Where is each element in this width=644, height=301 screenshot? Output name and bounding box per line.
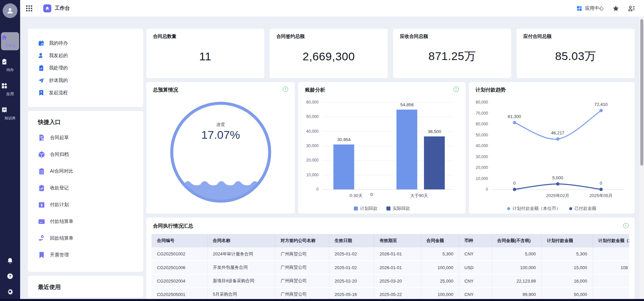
app-center-button[interactable]: 应用中心 — [576, 5, 604, 11]
gear-icon[interactable] — [7, 288, 13, 296]
home-icon — [1, 34, 19, 42]
table-cell: 5,300 — [421, 247, 459, 261]
doc-draft-icon — [38, 134, 45, 141]
quick-entry-item[interactable]: 收款登记 — [38, 180, 143, 196]
bar-计划回款 — [333, 144, 354, 189]
data-point — [513, 188, 516, 191]
quick-entry-item[interactable]: AI合同对比 — [38, 163, 143, 179]
table-cell: 2025-03-20 — [374, 274, 421, 288]
grid-menu-icon[interactable] — [26, 5, 32, 11]
table-cell: 50,000 — [541, 288, 593, 299]
quick-entry-item[interactable]: ¥付款计划 — [38, 196, 143, 213]
quick-entry-item[interactable]: 开票管理 — [38, 247, 143, 263]
menu-item-label: 发起流程 — [49, 90, 68, 96]
menu-item-label: 我发起的 — [49, 53, 68, 59]
rail-nav: 工作台待办应用AI知识库 — [0, 32, 20, 123]
y-axis-label: 20,000 — [306, 158, 319, 163]
bar-legend: 计划回款实际回款 — [298, 205, 465, 212]
table-cell: 广州商贸公司 — [275, 288, 329, 299]
stat-label: 合同总数量 — [153, 34, 258, 40]
svg-text:¥: ¥ — [42, 235, 43, 238]
table-row[interactable]: CG2025010022024年审计服务合同广州商贸公司2025-01-0220… — [152, 247, 629, 261]
quick-entry-item[interactable]: 合同起草 — [38, 129, 143, 146]
info-icon[interactable]: i — [283, 86, 288, 92]
column-header: 合同金额 — [421, 234, 459, 247]
rail-item-4[interactable]: AI知识库 — [1, 105, 19, 123]
y-axis-label: 50,000 — [306, 114, 319, 119]
menu-item[interactable]: 我发起的 — [38, 49, 143, 62]
bar-实际回款 — [424, 136, 445, 189]
rail-item-1[interactable]: 工作台 — [1, 32, 19, 50]
menu-item[interactable]: 抄送我的 — [38, 74, 143, 86]
rail-item-2[interactable]: 待办 — [1, 56, 19, 74]
data-point — [599, 188, 603, 191]
column-header: 生效日期 — [329, 234, 374, 247]
stat-card: 应付合同总额85.03万 — [517, 29, 635, 78]
stat-label: 应付合同总额 — [523, 34, 628, 40]
menu-item[interactable]: 我处理的 — [38, 62, 143, 74]
todo-icon — [1, 58, 19, 66]
table-cell: 16,000 — [541, 274, 593, 288]
menu-item[interactable]: 发起流程 — [38, 86, 143, 99]
gauge-label: 进度 — [146, 122, 295, 128]
budget-gauge-card: 总预算情况 i 进度 17.07% — [146, 82, 295, 214]
quick-entry-label: AI合同对比 — [50, 168, 73, 174]
contract-summary-title: 合同执行情况汇总 — [153, 223, 629, 229]
legend-item: 计划回款 — [354, 205, 378, 212]
quick-entry-item[interactable]: 付款结算单 — [38, 213, 143, 230]
stat-value: 871.25万 — [400, 40, 504, 73]
vertical-scrollbar — [639, 17, 644, 299]
grid-line — [322, 102, 453, 103]
legend-item: 计划付款金额（本位币） — [507, 205, 560, 212]
info-icon[interactable]: i — [623, 223, 629, 228]
column-header: 有效期至 — [374, 234, 421, 247]
table-cell: 2024年审计服务合同 — [207, 247, 275, 261]
column-header: 币种 — [459, 234, 492, 247]
table-cell: 15,000 — [541, 261, 593, 274]
x-axis-line — [322, 189, 453, 190]
clover-icon — [576, 5, 582, 11]
line-chart: 010,00020,00030,00040,00050,00060,00070,… — [469, 82, 635, 214]
quick-entry-item[interactable]: 合同归档 — [38, 146, 143, 163]
star-icon[interactable] — [612, 5, 619, 12]
table-row[interactable]: CG202502004新项目it设备采购合同广州商贸公司2025-02-2020… — [152, 274, 629, 288]
y-axis-label: 0 — [316, 187, 319, 192]
point-value-label: 46,217 — [551, 130, 565, 135]
quick-entry-label: 回款结算单 — [50, 235, 73, 241]
stat-card: 应收合同总额871.25万 — [393, 29, 511, 78]
clipboard-check-icon — [38, 65, 45, 71]
rail-item-3[interactable]: 应用 — [1, 80, 19, 99]
quick-entry-label: 收款登记 — [50, 185, 69, 191]
y-axis-label: 60,000 — [306, 100, 319, 105]
table-cell: 100,000 — [421, 261, 459, 274]
table-cell — [593, 247, 629, 261]
contacts-icon[interactable] — [628, 5, 635, 12]
payment-trend-card: 计划付款趋势 010,00020,00030,00040,00050,00060… — [469, 82, 635, 214]
contract-table: 合同编号合同名称对方签约公司名称生效日期有效期至合同金额币种合同金额(不含税)计… — [152, 234, 629, 299]
quick-entry-label: 合同归档 — [50, 152, 69, 158]
table-cell: 5,000 — [492, 247, 541, 261]
svg-text:¥: ¥ — [41, 203, 43, 207]
table-header: 合同编号合同名称对方签约公司名称生效日期有效期至合同金额币种合同金额(不含税)计… — [152, 234, 629, 247]
charts-row: 总预算情况 i 进度 17.07% 账龄分析 i 010,00020,00030… — [146, 82, 635, 214]
table-cell: 2025-05-16 — [329, 288, 374, 299]
scrollbar-thumb[interactable] — [640, 19, 643, 166]
column-header: 对方签约公司名称 — [275, 234, 329, 247]
knowledge-icon: AI — [1, 107, 19, 114]
table-cell — [593, 274, 629, 288]
data-point — [599, 109, 603, 112]
table-cell: 开发外包服务合同 — [207, 261, 275, 274]
avatar[interactable] — [3, 3, 17, 18]
menu-item[interactable]: 我的待办 — [38, 37, 143, 49]
table-cell — [593, 288, 629, 299]
quick-entry-item[interactable]: ¥回款结算单 — [38, 230, 143, 246]
table-row[interactable]: CG202501006开发外包服务合同广州商贸公司2025-01-022026-… — [152, 261, 629, 274]
stat-cards: 合同总数量11合同签约总额2,669,300应收合同总额871.25万应付合同总… — [146, 29, 635, 78]
quick-entry-label: 开票管理 — [50, 252, 69, 258]
apps-icon — [1, 82, 19, 90]
help-icon[interactable]: ? — [7, 273, 13, 280]
bell-icon[interactable] — [7, 257, 13, 265]
left-rail: 工作台待办应用AI知识库 ? — [0, 0, 20, 301]
svg-text:?: ? — [9, 274, 11, 278]
table-row[interactable]: CG2025050015月采购合同广州商贸公司2025-05-162025-05… — [152, 288, 629, 299]
